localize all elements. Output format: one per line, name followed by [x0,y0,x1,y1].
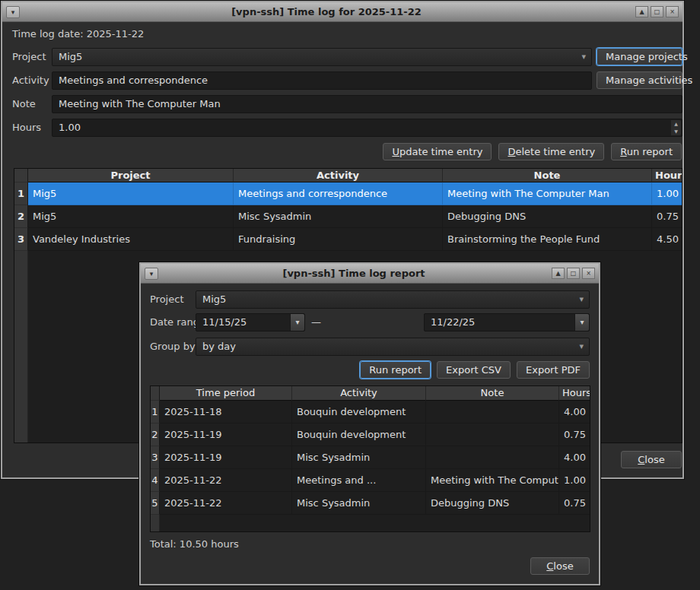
row-number[interactable]: 2 [151,423,160,446]
dialog-close-button[interactable]: Close [530,557,590,575]
table-row[interactable]: 1 Mig5 Meetings and correspondence Meeti… [14,182,682,205]
date-from-picker[interactable]: 11/15/25 ▾ [196,313,305,331]
spin-down-icon[interactable]: ▼ [671,128,681,135]
update-time-entry-button[interactable]: Update time entry [383,143,492,160]
group-by-select[interactable]: by day ▾ [196,338,590,356]
row-number[interactable]: 3 [14,228,28,251]
row-number[interactable]: 3 [151,446,160,469]
manage-projects-button[interactable]: Manage projects [597,48,682,65]
row-number[interactable]: 5 [151,492,160,515]
cell-hours: 4.00 [559,446,590,469]
cell-project: Mig5 [28,205,234,228]
row-number[interactable]: 4 [151,469,160,492]
table-row[interactable]: 1 2025-11-18 Bouquin development 4.00 [151,401,590,423]
cell-note [426,446,559,469]
cell-activity: Bouquin development [292,423,426,446]
chevron-down-icon: ▾ [581,49,586,65]
close-window-icon[interactable]: × [582,268,595,279]
cell-activity: Meetings and ... [292,469,426,492]
row-number[interactable]: 1 [14,182,28,205]
spinner-arrows[interactable]: ▲ ▼ [671,120,681,135]
column-header-activity[interactable]: Activity [234,169,443,182]
cell-time-period: 2025-11-19 [160,446,292,469]
cell-time-period: 2025-11-18 [160,401,292,423]
activity-input[interactable]: Meetings and correspondence [52,71,592,90]
project-select[interactable]: Mig5 ▾ [52,48,592,66]
project-select-value: Mig5 [59,51,82,62]
table-row[interactable]: 4 2025-11-22 Meetings and ... Meeting wi… [151,469,590,492]
corner-header-cell [151,386,160,401]
cell-activity: Fundraising [234,228,443,251]
date-to-picker[interactable]: 11/22/25 ▾ [424,313,590,331]
cell-hours: 4.00 [559,401,590,423]
cell-note [426,401,559,423]
window-menu-icon[interactable]: ▾ [6,6,20,18]
dialog-title: [vpn-ssh] Time log report [158,268,549,279]
table-row[interactable]: 2 2025-11-19 Bouquin development 0.75 [151,423,590,446]
note-label: Note [12,95,36,113]
calendar-dropdown-icon[interactable]: ▾ [290,314,304,331]
date-from-value: 11/15/25 [202,316,247,328]
cell-hours: 0.75 [652,205,682,228]
hours-spinbox-value: 1.00 [59,122,81,133]
cell-activity: Misc Sysadmin [234,205,443,228]
table-row[interactable]: 3 2025-11-19 Misc Sysadmin 4.00 [151,446,590,469]
row-number[interactable]: 2 [14,205,28,228]
column-header-hours[interactable]: Hours [559,386,590,401]
cell-hours: 0.75 [559,423,590,446]
group-by-select-value: by day [202,341,236,352]
close-window-icon[interactable]: × [666,6,679,17]
export-pdf-button[interactable]: Export PDF [517,361,590,379]
chevron-down-icon: ▾ [579,291,584,308]
activity-label: Activity [12,71,49,90]
calendar-dropdown-icon[interactable]: ▾ [574,314,589,331]
column-header-project[interactable]: Project [28,169,234,182]
maximize-window-icon[interactable]: □ [651,6,663,17]
delete-time-entry-button[interactable]: Delete time entry [498,143,604,160]
dialog-titlebar[interactable]: ▾ [vpn-ssh] Time log report ▲ □ × [141,264,599,284]
spin-up-icon[interactable]: ▲ [671,120,681,128]
cell-note: Debugging DNS [426,492,559,515]
note-input-value: Meeting with The Computer Man [59,98,221,109]
row-header-strip [151,515,160,531]
run-report-button[interactable]: Run report [611,143,682,160]
date-range-separator: — [311,313,321,331]
export-csv-button[interactable]: Export CSV [437,361,511,379]
cell-note: Brainstorming the People Fund [443,228,652,251]
dialog-content: Project Mig5 ▾ Date range 11/15/25 ▾ — 1… [141,284,599,584]
total-hours-text: Total: 10.50 hours [150,535,239,554]
shade-window-icon[interactable]: ▲ [635,6,648,17]
cell-project: Vandeley Industries [28,228,234,251]
cell-note: Meeting with The Computer Man [443,182,652,205]
column-header-hours[interactable]: Hours [652,169,682,182]
hours-label: Hours [12,119,41,137]
report-project-select[interactable]: Mig5 ▾ [196,290,590,309]
cell-note: Meeting with The Computer... [426,469,559,492]
report-table: Time period Activity Note Hours 1 2025-1… [150,385,590,532]
shade-window-icon[interactable]: ▲ [552,268,565,279]
corner-header-cell [14,169,28,182]
window-menu-icon[interactable]: ▾ [145,268,158,280]
column-header-note[interactable]: Note [443,169,652,182]
table-row[interactable]: 2 Mig5 Misc Sysadmin Debugging DNS 0.75 [14,205,682,228]
report-run-report-button[interactable]: Run report [360,361,431,379]
cell-activity: Meetings and correspondence [234,182,443,205]
report-dialog: ▾ [vpn-ssh] Time log report ▲ □ × Projec… [139,262,600,585]
note-input[interactable]: Meeting with The Computer Man [52,95,682,113]
column-header-note[interactable]: Note [426,386,559,401]
maximize-window-icon[interactable]: □ [567,268,580,279]
column-header-time-period[interactable]: Time period [160,386,292,401]
table-row[interactable]: 3 Vandeley Industries Fundraising Brains… [14,228,682,251]
date-to-value: 11/22/25 [431,316,475,328]
manage-activities-button[interactable]: Manage activities [597,71,682,89]
main-close-button[interactable]: Close [621,451,682,468]
hours-spinbox[interactable]: 1.00 ▲ ▼ [52,119,682,137]
cell-activity: Misc Sysadmin [292,446,426,469]
cell-activity: Misc Sysadmin [292,492,426,515]
chevron-down-icon: ▾ [579,338,584,355]
column-header-activity[interactable]: Activity [292,386,426,401]
table-row[interactable]: 5 2025-11-22 Misc Sysadmin Debugging DNS… [151,492,590,515]
main-titlebar[interactable]: ▾ [vpn-ssh] Time log for 2025-11-22 ▲ □ … [2,2,682,22]
cell-project: Mig5 [28,182,234,205]
row-number[interactable]: 1 [151,401,160,423]
